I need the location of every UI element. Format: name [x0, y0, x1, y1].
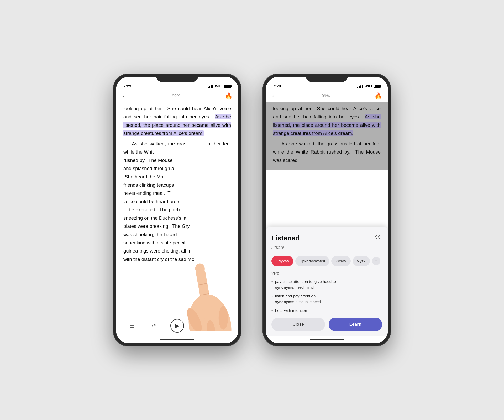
text-plain-right-1: looking up at her. She could hear Alice'…: [273, 106, 381, 136]
dict-tags: Слухав Прислухатися Розум Чути +: [271, 256, 382, 266]
add-tag-button[interactable]: +: [372, 257, 380, 265]
fire-icon-left[interactable]: 🔥: [225, 92, 233, 100]
definition-2: listen and pay attention synonyms: hear,…: [271, 293, 382, 305]
dict-word: Listened: [271, 232, 300, 244]
text-plain-1: looking up at her. She could hear Alice'…: [123, 106, 231, 136]
dict-phonetic: /'lɪsən/: [271, 244, 300, 251]
wifi-icon-right: WiFi: [365, 84, 372, 88]
svg-marker-10: [375, 235, 377, 239]
definition-3: hear with intention: [271, 308, 382, 314]
time-right: 7:29: [273, 84, 281, 88]
reading-content-right: looking up at her. She could hear Alice'…: [266, 102, 388, 336]
dictionary-popup: Listened /'lɪsən/ Слухав Прислухатися: [266, 227, 388, 336]
close-button[interactable]: Close: [271, 318, 325, 331]
highlighted-text-left[interactable]: As she listened, the place around her be…: [123, 114, 231, 136]
back-button-right[interactable]: ←: [271, 93, 277, 99]
back-button-left[interactable]: ←: [122, 93, 128, 99]
reading-content-left: looking up at her. She could hear Alice'…: [116, 102, 238, 315]
home-indicator-left: [116, 336, 238, 343]
highlighted-text-right[interactable]: As she listened, the place around her be…: [273, 114, 381, 136]
home-indicator-right: [266, 336, 388, 343]
synonyms-1: synonyms: heed, mind: [275, 285, 314, 290]
speaker-button[interactable]: [373, 232, 382, 242]
text-plain-2: As she walked, the gras: [132, 141, 186, 146]
text-para-right-2: As she walked, the grass rustled at her …: [273, 140, 381, 164]
reader-toolbar-left: ← 99% 🔥: [116, 90, 238, 102]
tag-розум[interactable]: Розум: [331, 256, 351, 266]
battery-icon-right: [374, 85, 381, 88]
synonyms-2: synonyms: hear, take heed: [275, 300, 321, 304]
wifi-icon: WiFi: [215, 84, 223, 88]
notch: [156, 74, 198, 82]
reader-toolbar-right: ← 99% 🔥: [266, 90, 388, 102]
dict-actions: Close Learn: [271, 318, 382, 331]
more-button[interactable]: ⋯: [217, 321, 228, 331]
forward-button[interactable]: ↻: [195, 321, 206, 331]
text-para-2: As she walked, the grass rustled at her …: [123, 140, 231, 264]
tag-прислухатися[interactable]: Прислухатися: [295, 256, 329, 266]
player-bar-left: ☰ ↺ ▶ ↻ ⋯: [116, 315, 238, 336]
fire-icon-right[interactable]: 🔥: [374, 92, 382, 100]
text-para-1: looking up at her. She could hear Alice'…: [123, 104, 231, 138]
progress-left: 99%: [172, 94, 180, 98]
play-button[interactable]: ▶: [170, 319, 184, 333]
rewind-button[interactable]: ↺: [149, 321, 159, 331]
text-para-right-1: looking up at her. She could hear Alice'…: [273, 104, 381, 138]
signal-icon: [208, 85, 213, 88]
left-phone: 7:29 WiFi ← 99% 🔥 loo: [113, 74, 242, 346]
battery-icon: [224, 85, 231, 88]
notch-right: [306, 74, 348, 82]
time-left: 7:29: [123, 84, 131, 88]
learn-button[interactable]: Learn: [329, 318, 382, 331]
dict-definitions: pay close attention to; give heed to syn…: [271, 279, 382, 314]
right-phone: 7:29 WiFi ← 99% 🔥: [262, 74, 391, 346]
dict-pos: verb: [271, 270, 382, 277]
signal-icon-right: [357, 85, 363, 88]
definition-1: pay close attention to; give heed to syn…: [271, 279, 382, 291]
progress-right: 99%: [322, 94, 330, 98]
tag-чути[interactable]: Чути: [353, 256, 370, 266]
tag-слухав[interactable]: Слухав: [271, 256, 293, 266]
list-button[interactable]: ☰: [127, 321, 137, 331]
